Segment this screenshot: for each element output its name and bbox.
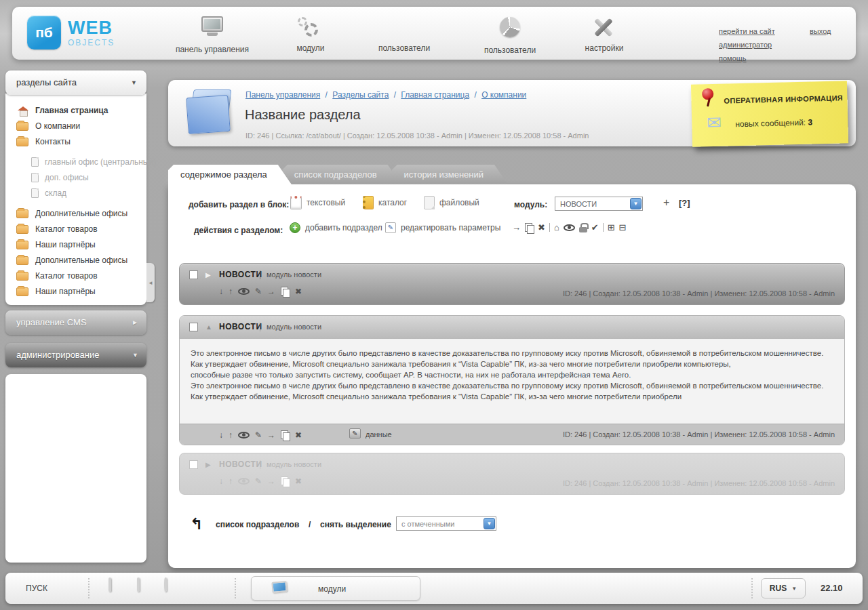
new-messages[interactable]: новых сообщений: 3 <box>735 117 812 129</box>
tree-item-home[interactable]: Главная страница <box>5 103 146 119</box>
tree-subitem[interactable]: главный офис (центральный) <box>5 155 146 170</box>
tree-subitem[interactable]: доп. офисы <box>5 170 146 186</box>
move-icon[interactable]: → <box>512 222 521 232</box>
sidebar-collapse-handle[interactable]: ◄ <box>146 263 155 302</box>
move-up-icon[interactable]: ↑ <box>229 430 233 440</box>
link-logout[interactable]: выход <box>810 27 831 35</box>
block-checkbox[interactable] <box>189 460 198 469</box>
link-help[interactable]: помощь <box>719 54 747 62</box>
select-arrow-icon[interactable]: ▼ <box>484 518 495 529</box>
home-icon <box>18 106 28 115</box>
edit-icon[interactable]: ✎ <box>255 430 262 440</box>
move-icon[interactable]: → <box>267 430 275 440</box>
sidebar-sections-header[interactable]: разделы сайта ▼ <box>5 70 146 95</box>
tab-subsections-list[interactable]: список подразделов <box>282 165 401 184</box>
add-subsection-button[interactable]: + добавить подраздел <box>290 222 382 233</box>
move-down-icon[interactable]: ↓ <box>219 430 223 440</box>
block-type-text[interactable]: текстовый <box>290 196 345 209</box>
news-block-expanded: ▲ НОВОСТИ модуль новости Это электронное… <box>179 315 845 445</box>
tree-item[interactable]: Каталог товаров <box>5 268 146 284</box>
expand-arrow-icon[interactable]: ▶ <box>205 461 211 468</box>
news-block-collapsed: ▶ НОВОСТИ модуль новости ↓ ↑ ✎ → ✖ ID: 2… <box>179 263 845 305</box>
sidebar-cms-header[interactable]: управление CMS ► <box>5 310 146 335</box>
tree-subitem[interactable]: склад <box>5 186 146 201</box>
subsections-list-link[interactable]: список подразделов <box>216 520 299 529</box>
tree-item[interactable]: Наши партнёры <box>5 237 146 253</box>
block-checkbox[interactable] <box>189 323 198 331</box>
tree-item[interactable]: Контакты <box>5 134 146 150</box>
delete-icon[interactable]: ✖ <box>295 476 302 486</box>
visibility-icon[interactable] <box>238 478 250 485</box>
expand-all-icon[interactable]: ⊞ <box>608 222 615 232</box>
add-module-button[interactable]: + <box>663 197 669 209</box>
home-icon[interactable]: ⌂ <box>554 222 559 232</box>
tree-item[interactable]: Каталог товаров <box>5 222 146 237</box>
visibility-icon[interactable] <box>564 224 575 231</box>
breadcrumb-link[interactable]: Главная страница <box>401 90 469 100</box>
delete-icon[interactable]: ✖ <box>295 430 302 440</box>
language-switcher[interactable]: RUS ▼ <box>761 578 806 598</box>
pie-chart-icon <box>459 17 561 43</box>
block-type-file[interactable]: файловый <box>424 196 479 209</box>
folder-icon <box>16 272 28 281</box>
nav-users-stats[interactable]: пользователи <box>459 15 561 55</box>
with-selected-select[interactable]: с отмеченными ▼ <box>396 516 496 531</box>
edit-icon[interactable]: ✎ <box>255 287 262 296</box>
lock-icon[interactable] <box>579 223 587 232</box>
help-button[interactable]: [?] <box>679 198 690 208</box>
breadcrumb-link[interactable]: Разделы сайта <box>332 90 389 100</box>
tree-item[interactable]: Дополнительные офисы <box>5 253 146 268</box>
copy-icon[interactable] <box>281 430 290 440</box>
block-subtitle: модуль новости <box>267 323 321 331</box>
delete-icon[interactable]: ✖ <box>295 287 302 296</box>
move-icon[interactable]: → <box>267 476 275 486</box>
select-arrow-icon[interactable]: ▼ <box>630 198 642 209</box>
tab-section-content[interactable]: содержимое раздела <box>168 165 292 184</box>
tree-item[interactable]: Наши партнёры <box>5 284 146 300</box>
move-up-icon[interactable]: ↑ <box>229 476 233 486</box>
copy-icon[interactable] <box>525 223 534 232</box>
clear-selection-link[interactable]: снять выделение <box>320 520 391 529</box>
module-select[interactable]: НОВОСТИ ▼ <box>555 197 643 211</box>
block-type-catalog[interactable]: каталог <box>363 196 407 209</box>
tab-change-history[interactable]: история изменений <box>392 165 508 184</box>
quick-launch-icon[interactable] <box>108 579 129 598</box>
edit-params-button[interactable]: ✎ редактировать параметры <box>385 222 500 233</box>
sidebar-admin-header[interactable]: администрирование ▼ <box>5 343 146 367</box>
logo-icon: пб <box>27 16 61 49</box>
link-go-to-site[interactable]: перейти на сайт <box>719 27 775 35</box>
copy-icon[interactable] <box>281 287 290 296</box>
breadcrumb-link[interactable]: О компании <box>481 90 526 100</box>
link-administrator[interactable]: администратор <box>719 41 772 49</box>
move-down-icon[interactable]: ↓ <box>219 476 223 486</box>
start-button[interactable]: ПУСК <box>26 573 47 604</box>
clean-icon[interactable]: ✔ <box>591 222 599 232</box>
visibility-icon[interactable] <box>238 432 250 439</box>
nav-settings[interactable]: настройки <box>553 15 655 53</box>
delete-icon[interactable]: ✖ <box>538 222 545 232</box>
collapse-arrow-icon[interactable]: ▲ <box>205 323 212 331</box>
tree-item[interactable]: Дополнительные офисы <box>5 206 146 222</box>
block-checkbox[interactable] <box>189 270 198 279</box>
collapse-all-icon[interactable]: ⊟ <box>619 222 627 232</box>
news-block-disabled: ▶ НОВОСТИ модуль новости ↓ ↑ ✎ → ✖ ID: 2… <box>179 453 845 495</box>
data-icon[interactable]: ✎ <box>349 428 361 439</box>
breadcrumb-link[interactable]: Панель управления <box>245 90 320 100</box>
tree-item[interactable]: О компании <box>5 119 146 134</box>
expand-arrow-icon[interactable]: ▶ <box>205 271 211 279</box>
visibility-icon[interactable] <box>238 288 250 295</box>
move-icon[interactable]: → <box>267 287 275 296</box>
block-title: НОВОСТИ <box>219 270 262 279</box>
move-down-icon[interactable]: ↓ <box>219 287 223 296</box>
edit-icon[interactable]: ✎ <box>255 476 262 486</box>
quick-launch-icon[interactable] <box>164 579 184 598</box>
copy-icon[interactable] <box>281 476 290 486</box>
nav-control-panel[interactable]: панель управления <box>161 15 263 54</box>
data-link[interactable]: данные <box>366 430 392 439</box>
nav-users[interactable]: пользователи <box>353 15 455 53</box>
nav-modules[interactable]: модули <box>260 15 361 53</box>
move-up-icon[interactable]: ↑ <box>229 287 233 296</box>
return-arrow-icon[interactable]: ↰ <box>190 515 203 533</box>
quick-launch-icon[interactable] <box>137 579 157 598</box>
task-button-modules[interactable]: модули <box>251 576 420 601</box>
